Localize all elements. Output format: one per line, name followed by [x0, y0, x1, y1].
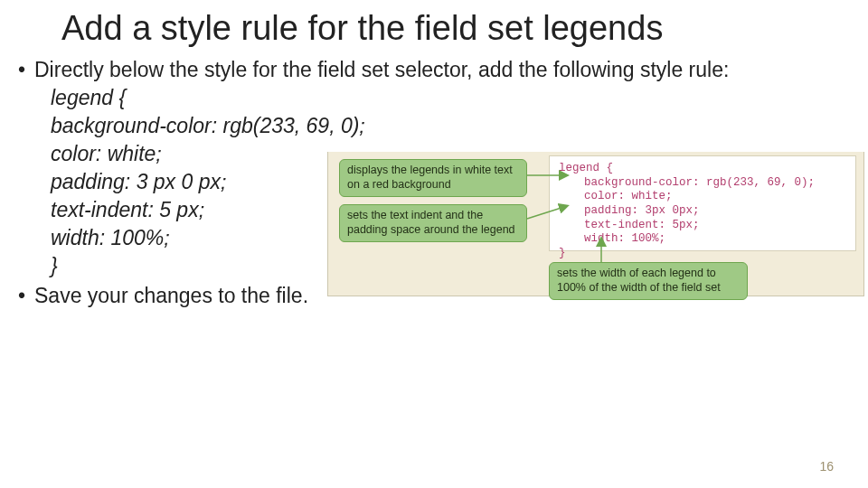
slide: Add a style rule for the field set legen… — [0, 0, 868, 488]
code-preview-line: width: 100%; — [559, 232, 846, 247]
callout-width: sets the width of each legend to 100% of… — [549, 262, 748, 300]
callout-indent: sets the text indent and the padding spa… — [339, 204, 527, 242]
bullet-text: Directly below the style for the field s… — [34, 56, 729, 84]
code-preview-line: background-color: rgb(233, 69, 0); — [559, 176, 846, 191]
diagram-panel: displays the legends in white text on a … — [327, 152, 864, 296]
callout-display: displays the legends in white text on a … — [339, 159, 527, 197]
code-preview-line: } — [559, 247, 566, 259]
code-preview-line: padding: 3px 0px; — [559, 204, 846, 219]
code-preview-line: color: white; — [559, 190, 846, 204]
code-preview-line: text-indent: 5px; — [559, 219, 846, 233]
bullet-item: • Directly below the style for the field… — [18, 56, 729, 84]
code-preview-line: legend { — [559, 162, 613, 174]
code-line: background-color: rgb(233, 69, 0); — [51, 112, 729, 140]
bullet-dot: • — [18, 282, 34, 310]
code-preview: legend { background-color: rgb(233, 69, … — [549, 155, 856, 251]
page-number: 16 — [819, 459, 834, 474]
bullet-text: Save your changes to the file. — [34, 282, 308, 310]
slide-title: Add a style rule for the field set legen… — [61, 9, 663, 48]
bullet-dot: • — [18, 56, 34, 84]
code-line: legend { — [51, 84, 729, 112]
